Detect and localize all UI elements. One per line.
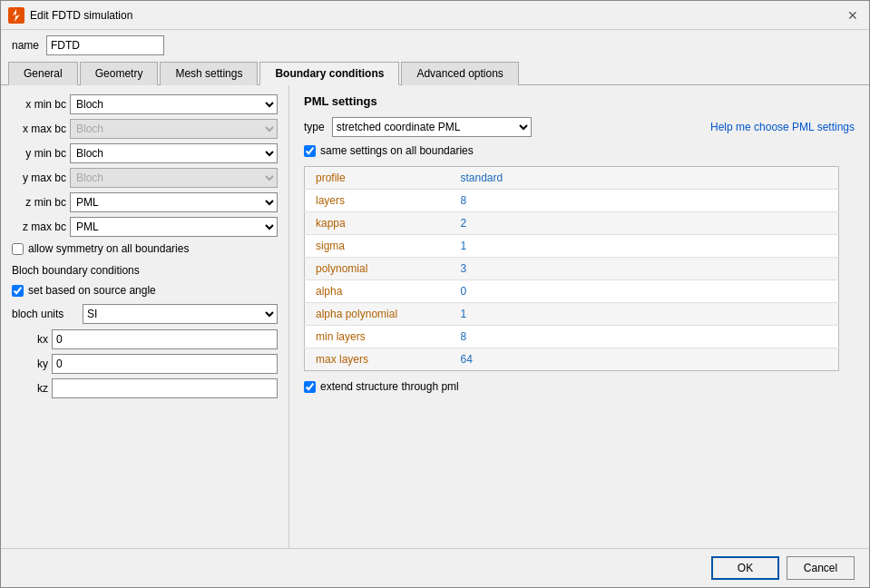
kx-row: kx (12, 329, 278, 349)
symmetry-checkbox[interactable] (12, 243, 24, 255)
pml-table-row: polynomial3 (305, 258, 839, 280)
name-input[interactable] (46, 35, 164, 55)
pml-property: layers (305, 190, 450, 212)
set-based-label: set based on source angle (28, 284, 156, 297)
bc-rows-container: x min bcBlochx max bcBlochy min bcBlochy… (12, 94, 278, 237)
kz-row: kz (12, 378, 278, 398)
bc-row: x min bcBloch (12, 94, 278, 114)
right-panel: PML settings type stretched coordinate P… (289, 85, 869, 548)
extend-checkbox[interactable] (304, 381, 316, 393)
pml-property: alpha polynomial (305, 303, 450, 326)
close-button[interactable]: ✕ (844, 8, 862, 23)
bloch-title: Bloch boundary conditions (12, 264, 278, 277)
pml-table-row: kappa2 (305, 212, 839, 235)
tab-general[interactable]: General (8, 62, 78, 85)
bc-row: x max bcBloch (12, 119, 278, 139)
bottom-bar: OK Cancel (1, 548, 869, 587)
pml-property: kappa (305, 212, 450, 235)
window-title: Edit FDTD simulation (30, 9, 844, 22)
bc-select[interactable]: Bloch (70, 143, 278, 163)
symmetry-label: allow symmetry on all boundaries (28, 242, 189, 255)
left-panel: x min bcBlochx max bcBlochy min bcBlochy… (1, 85, 289, 548)
extend-row: extend structure through pml (304, 380, 855, 393)
pml-property: max layers (305, 348, 450, 371)
app-logo-icon (8, 7, 24, 24)
bc-select[interactable]: Bloch (70, 94, 278, 114)
pml-title: PML settings (304, 94, 855, 108)
bc-row-label: y min bc (12, 147, 66, 160)
main-content: x min bcBlochx max bcBlochy min bcBlochy… (1, 85, 869, 548)
bloch-units-select[interactable]: SI (83, 304, 278, 324)
pml-table-row: layers8 (305, 190, 839, 212)
tabs-row: General Geometry Mesh settings Boundary … (1, 61, 869, 85)
pml-value: 3 (450, 258, 839, 280)
same-settings-row: same settings on all boundaries (304, 144, 855, 157)
bc-select[interactable]: PML (70, 192, 278, 212)
pml-property: alpha (305, 280, 450, 303)
tab-geometry[interactable]: Geometry (80, 62, 159, 85)
pml-property: polynomial (305, 258, 450, 280)
bc-row: z max bcPML (12, 217, 278, 237)
bc-row-label: z min bc (12, 196, 66, 209)
name-row: name (1, 30, 869, 61)
tab-boundary[interactable]: Boundary conditions (259, 62, 399, 85)
kx-label: kx (26, 333, 48, 346)
pml-value: standard (450, 167, 839, 190)
bloch-units-label: bloch units (12, 308, 75, 320)
set-based-checkbox[interactable] (12, 285, 24, 297)
same-settings-checkbox[interactable] (304, 145, 316, 157)
symmetry-row: allow symmetry on all boundaries (12, 242, 278, 255)
bc-row-label: x min bc (12, 98, 66, 111)
pml-value: 8 (450, 190, 839, 212)
main-window: Edit FDTD simulation ✕ name General Geom… (0, 0, 870, 588)
pml-value: 1 (450, 303, 839, 326)
bc-row: y min bcBloch (12, 143, 278, 163)
bc-select: Bloch (70, 168, 278, 188)
kz-label: kz (26, 382, 48, 395)
title-bar: Edit FDTD simulation ✕ (1, 1, 869, 30)
bc-row-label: x max bc (12, 122, 66, 135)
tab-mesh[interactable]: Mesh settings (160, 62, 258, 85)
pml-value: 1 (450, 235, 839, 258)
pml-table-row: min layers8 (305, 326, 839, 348)
bc-row-label: y max bc (12, 172, 66, 184)
help-link[interactable]: Help me choose PML settings (710, 121, 855, 133)
bc-row: y max bcBloch (12, 168, 278, 188)
cancel-button[interactable]: Cancel (787, 556, 855, 580)
type-select[interactable]: stretched coordinate PML standard PML (332, 117, 532, 137)
ky-label: ky (26, 358, 48, 370)
pml-table-row: alpha0 (305, 280, 839, 303)
ky-row: ky (12, 354, 278, 374)
type-row: type stretched coordinate PML standard P… (304, 117, 855, 137)
pml-table-row: profilestandard (305, 167, 839, 190)
set-based-row: set based on source angle (12, 284, 278, 297)
pml-value: 2 (450, 212, 839, 235)
bc-select[interactable]: PML (70, 217, 278, 237)
type-label: type (304, 121, 325, 133)
pml-value: 8 (450, 326, 839, 348)
bc-row: z min bcPML (12, 192, 278, 212)
kx-input[interactable] (52, 329, 278, 349)
extend-label: extend structure through pml (320, 380, 459, 393)
type-left: type stretched coordinate PML standard P… (304, 117, 532, 137)
pml-table-row: sigma1 (305, 235, 839, 258)
tab-advanced[interactable]: Advanced options (401, 62, 518, 85)
pml-property: profile (305, 167, 450, 190)
bc-row-label: z max bc (12, 220, 66, 233)
ok-button[interactable]: OK (711, 556, 779, 580)
pml-property: sigma (305, 235, 450, 258)
bloch-units-row: bloch units SI (12, 304, 278, 324)
kz-input[interactable] (52, 378, 278, 398)
name-label: name (12, 39, 39, 52)
pml-table-row: max layers64 (305, 348, 839, 371)
pml-table: profilestandardlayers8kappa2sigma1polyno… (304, 166, 839, 371)
pml-property: min layers (305, 326, 450, 348)
same-settings-label: same settings on all boundaries (320, 144, 474, 157)
ky-input[interactable] (52, 354, 278, 374)
pml-value: 64 (450, 348, 839, 371)
bc-select: Bloch (70, 119, 278, 139)
pml-table-row: alpha polynomial1 (305, 303, 839, 326)
pml-value: 0 (450, 280, 839, 303)
